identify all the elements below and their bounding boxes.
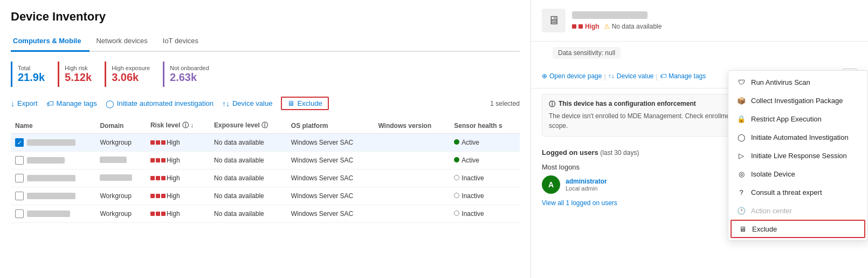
- consult-expert-icon: ?: [737, 188, 746, 196]
- selected-count: 1 selected: [490, 100, 520, 107]
- checkbox-unchecked[interactable]: [15, 174, 24, 182]
- device-name-blurred: [572, 11, 647, 19]
- exclude-icon: 🖥: [287, 99, 294, 107]
- menu-item-action-center: 🕐Action center: [728, 201, 867, 220]
- toolbar: ↓ Export 🏷 Manage tags ◯ Initiate automa…: [11, 97, 520, 110]
- row-checkbox[interactable]: [11, 169, 95, 187]
- checkbox-unchecked[interactable]: [15, 192, 24, 200]
- isolate-device-icon: ◎: [737, 169, 746, 178]
- initiate-investigation-button[interactable]: ◯ Initiate automated investigation: [106, 99, 213, 108]
- row-windows-version: [374, 134, 450, 152]
- table-row[interactable]: ✓Workgroup HighNo data availableWindows …: [11, 134, 520, 152]
- stat-not-onboarded: Not onboarded 2.63k: [163, 62, 222, 87]
- export-icon: ↓: [11, 99, 15, 108]
- stat-high-risk-label: High risk: [65, 65, 92, 71]
- row-risk: High: [146, 134, 210, 152]
- open-device-page-link[interactable]: ⊕ Open device page: [542, 72, 602, 80]
- row-os: Windows Server SAC: [287, 205, 374, 223]
- row-exposure: No data available: [210, 205, 287, 223]
- stat-high-exposure-label: High exposure: [112, 65, 150, 71]
- row-risk: High: [146, 187, 210, 205]
- row-checkbox[interactable]: ✓: [11, 134, 95, 152]
- col-domain: Domain: [95, 118, 146, 134]
- table-row[interactable]: Workgroup HighNo data availableWindows S…: [11, 205, 520, 223]
- stat-total: Total 21.9k: [11, 62, 58, 87]
- menu-item-consult-expert[interactable]: ?Consult a threat expert: [728, 183, 867, 201]
- exclude-label: Exclude: [297, 99, 322, 107]
- investigation-icon: ◯: [106, 99, 114, 108]
- stat-not-onboarded-label: Not onboarded: [170, 65, 209, 71]
- initiate-automated-icon: ◯: [737, 133, 746, 141]
- menu-item-live-response[interactable]: ▷Initiate Live Response Session: [728, 146, 867, 165]
- row-checkbox[interactable]: [11, 187, 95, 205]
- menu-item-isolate-device[interactable]: ◎Isolate Device: [728, 165, 867, 183]
- row-domain: Workgroup: [95, 134, 146, 152]
- info-icon: ⓘ: [549, 100, 555, 109]
- row-windows-version: [374, 152, 450, 169]
- row-domain: Workgroup: [95, 187, 146, 205]
- checkbox-unchecked[interactable]: [15, 209, 24, 218]
- menu-item-initiate-automated[interactable]: ◯Initiate Automated Investigation: [728, 128, 867, 146]
- manage-tags-link[interactable]: 🏷 Manage tags: [660, 72, 706, 80]
- col-risk: Risk level ⓘ ↓: [146, 118, 210, 134]
- table-row[interactable]: HighNo data availableWindows Server SACI…: [11, 169, 520, 187]
- no-data-label: ⚠ No data available: [604, 23, 662, 30]
- menu-item-run-antivirus[interactable]: 🛡Run Antivirus Scan: [728, 73, 867, 91]
- device-value-button[interactable]: ↑↓ Device value: [222, 99, 272, 108]
- sensor-dot-inactive: [454, 193, 459, 198]
- risk-badge: High: [572, 23, 600, 30]
- exclude-button[interactable]: 🖥 Exclude: [281, 97, 328, 110]
- menu-item-collect-investigation[interactable]: 📦Collect Investigation Package: [728, 91, 867, 110]
- tab-bar: Computers & Mobile Network devices IoT d…: [11, 32, 520, 52]
- stat-high-risk: High risk 5.12k: [58, 62, 105, 87]
- menu-item-restrict-app[interactable]: 🔒Restrict App Execution: [728, 110, 867, 128]
- row-domain: Workgroup: [95, 205, 146, 223]
- sensor-dot-inactive: [454, 211, 459, 216]
- manage-tags-button[interactable]: 🏷 Manage tags: [46, 99, 97, 108]
- col-exposure: Exposure level ⓘ: [210, 118, 287, 134]
- device-value-label: Device value: [232, 99, 272, 107]
- row-exposure: No data available: [210, 152, 287, 169]
- tab-network-devices[interactable]: Network devices: [94, 32, 156, 52]
- checkbox-unchecked[interactable]: [15, 156, 24, 165]
- device-value-link[interactable]: ↑↓ Device value: [608, 72, 654, 80]
- initiate-investigation-label: Initiate automated investigation: [117, 99, 213, 107]
- menu-item-exclude[interactable]: 🖥Exclude: [731, 220, 865, 238]
- exclude-label: Exclude: [752, 225, 777, 233]
- export-label: Export: [17, 99, 38, 107]
- page-title: Device Inventory: [11, 10, 520, 24]
- device-header: 🖥 High ⚠ No data available: [531, 0, 868, 42]
- col-name: Name: [11, 118, 95, 134]
- view-all-logons-link[interactable]: View all 1 logged on users: [542, 199, 617, 207]
- most-logons-col: Most logons: [542, 163, 580, 171]
- tab-iot-devices[interactable]: IoT devices: [161, 32, 207, 52]
- table-row[interactable]: HighNo data availableWindows Server SACA…: [11, 152, 520, 169]
- live-response-icon: ▷: [737, 151, 746, 160]
- row-sensor-health: Active: [450, 152, 520, 169]
- checkbox-checked[interactable]: ✓: [15, 138, 24, 147]
- row-checkbox[interactable]: [11, 205, 95, 223]
- stat-not-onboarded-value: 2.63k: [170, 71, 209, 84]
- row-windows-version: [374, 169, 450, 187]
- left-panel: Device Inventory Computers & Mobile Netw…: [0, 0, 531, 278]
- row-checkbox[interactable]: [11, 152, 95, 169]
- open-device-icon: ⊕: [542, 72, 547, 80]
- row-windows-version: [374, 187, 450, 205]
- table-header-row: Name Domain Risk level ⓘ ↓ Exposure leve…: [11, 118, 520, 134]
- table-row[interactable]: Workgroup HighNo data availableWindows S…: [11, 187, 520, 205]
- row-domain: [95, 152, 146, 169]
- tab-computers-mobile[interactable]: Computers & Mobile: [11, 32, 89, 52]
- stat-high-exposure: High exposure 3.06k: [105, 62, 163, 87]
- stats-row: Total 21.9k High risk 5.12k High exposur…: [11, 62, 520, 87]
- row-os: Windows Server SAC: [287, 152, 374, 169]
- data-sensitivity: Data sensitivity: null: [553, 47, 621, 59]
- action-center-icon: 🕐: [737, 206, 746, 215]
- action-center-label: Action center: [751, 207, 792, 215]
- export-button[interactable]: ↓ Export: [11, 99, 38, 108]
- row-sensor-health: Inactive: [450, 169, 520, 187]
- collect-investigation-icon: 📦: [737, 96, 746, 105]
- row-os: Windows Server SAC: [287, 169, 374, 187]
- isolate-device-label: Isolate Device: [751, 170, 795, 178]
- consult-expert-label: Consult a threat expert: [751, 188, 822, 196]
- restrict-app-icon: 🔒: [737, 114, 746, 123]
